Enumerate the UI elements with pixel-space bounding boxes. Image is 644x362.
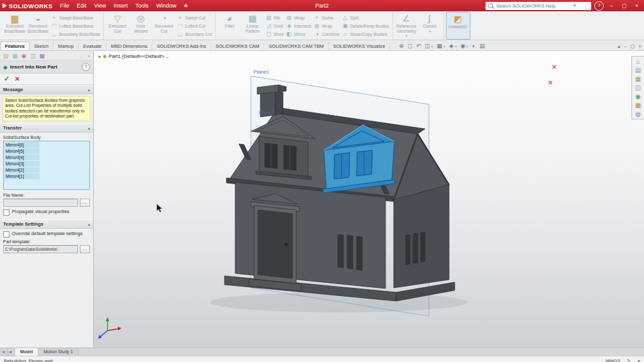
tab-solidworks-visualize[interactable]: SOLIDWORKS Visualize <box>329 42 391 50</box>
selected-dormer-window[interactable] <box>334 153 350 179</box>
tab-features[interactable]: Features <box>0 41 30 50</box>
revolved-cut-button[interactable]: ◔ Revolved Cut <box>152 12 175 40</box>
close-button[interactable]: × <box>632 3 641 9</box>
panel-expand-caret-icon[interactable]: ▸ <box>88 53 90 58</box>
tab-scroll-left-icon[interactable]: ◂ <box>0 348 8 356</box>
tab-motion-study[interactable]: Motion Study 1 <box>38 348 79 356</box>
rib-button[interactable]: ▥ Rib <box>265 14 284 21</box>
hide-show-items-icon[interactable]: ◉ <box>460 43 465 49</box>
pin-menu-star-icon[interactable]: ★ <box>180 3 191 9</box>
search-caret-icon[interactable]: ▾ <box>574 3 576 8</box>
view-orientation-icon[interactable]: ▦ <box>437 43 443 49</box>
doc-restore-icon[interactable]: ◻ <box>631 43 635 49</box>
split-button[interactable]: △ Split <box>342 14 389 21</box>
graphics-area[interactable]: Plane1 <box>94 51 644 348</box>
linear-pattern-button[interactable]: ▦ Linear Pattern <box>241 12 264 40</box>
side-window-slat[interactable] <box>421 232 425 262</box>
tab-markup[interactable]: Markup <box>53 42 79 50</box>
message-section-header[interactable]: Message ▴ <box>0 85 93 94</box>
view-palette-icon[interactable]: ◫ <box>635 84 641 91</box>
previous-view-icon[interactable]: ↶ <box>416 43 421 49</box>
pm-help-icon[interactable]: ? <box>82 63 90 71</box>
displaymanager-tab-icon[interactable]: ▩ <box>39 53 45 59</box>
door-knob[interactable] <box>285 243 288 246</box>
front-window-slat[interactable] <box>357 236 362 270</box>
dropdown-caret-icon[interactable]: ▾ <box>467 44 469 48</box>
list-item[interactable]: Mirror4[5] <box>4 148 40 154</box>
shell-button[interactable]: ◻ Shell <box>265 30 284 38</box>
intersect-button[interactable]: ◈ Intersect <box>286 22 311 30</box>
part-template-browse-button[interactable]: ... <box>80 245 90 253</box>
instant3d-button[interactable]: ◩ Instant3D <box>446 12 470 40</box>
dimxpertmanager-tab-icon[interactable]: ◫ <box>30 53 36 59</box>
list-item[interactable]: Mirror4[3] <box>4 161 40 167</box>
design-library-icon[interactable]: ▤ <box>635 67 641 74</box>
transfer-section-header[interactable]: Transfer ▴ <box>0 123 93 133</box>
forum-icon[interactable]: ◍ <box>635 111 641 118</box>
menu-edit[interactable]: Edit <box>73 1 91 10</box>
edit-appearance-icon[interactable]: ◐ <box>472 43 475 49</box>
delete-keep-bodies-button[interactable]: ▣ Delete/Keep Bodies <box>342 22 389 30</box>
menu-window[interactable]: Window <box>152 1 180 10</box>
reference-geometry-button[interactable]: ∠ Reference Geometry ▾ <box>395 12 418 40</box>
ok-button[interactable]: ✓ <box>4 75 9 83</box>
tab-sketch[interactable]: Sketch <box>30 42 53 50</box>
propertymanager-tab-icon[interactable]: ▦ <box>13 53 18 59</box>
dropdown-caret-icon[interactable]: ▾ <box>455 44 457 48</box>
wrap-button[interactable]: ◍ Wrap <box>286 14 311 21</box>
chimney-side[interactable] <box>275 90 283 115</box>
dropdown-caret-icon[interactable]: ▾ <box>431 44 433 48</box>
help-search-box[interactable]: ▾ <box>486 2 591 10</box>
section-view-icon[interactable]: ◫ <box>425 43 430 49</box>
search-input[interactable] <box>495 3 572 9</box>
collapse-ribbon-icon[interactable]: ▴ <box>618 43 620 49</box>
list-item[interactable]: Mirror4[6] <box>4 142 40 148</box>
swept-boss-base-button[interactable]: ≈ Swept Boss/Base <box>51 14 100 21</box>
file-name-input[interactable] <box>3 199 78 207</box>
plane1-label[interactable]: Plane1 <box>253 69 269 75</box>
apply-scene-icon[interactable]: ▤ <box>479 43 485 49</box>
lofted-boss-base-button[interactable]: ◠ Lofted Boss/Base <box>51 22 100 30</box>
part-template-input[interactable]: C:\ProgramData\SolidWorks\ <box>3 245 78 253</box>
boundary-cut-button[interactable]: ◡ Boundary Cut <box>177 30 212 38</box>
zoom-to-fit-icon[interactable]: ⊕ <box>399 43 404 49</box>
menu-tools[interactable]: Tools <box>131 1 152 10</box>
propagate-checkbox[interactable] <box>3 209 9 216</box>
display-style-icon[interactable]: ◈ <box>449 43 453 49</box>
file-explorer-icon[interactable]: ▦ <box>635 75 641 82</box>
edit-sketch-icon[interactable]: ✎ <box>626 358 631 362</box>
template-settings-header[interactable]: Template Settings ▴ <box>0 219 93 229</box>
cancel-button[interactable]: ✕ <box>14 75 19 82</box>
selected-dormer-window[interactable] <box>357 150 372 176</box>
plane2-label[interactable]: Plane2 <box>258 110 274 116</box>
featuremanager-tab-icon[interactable]: ▤ <box>3 53 9 59</box>
boundary-boss-base-button[interactable]: ◡ Boundary Boss/Base <box>51 30 100 38</box>
tab-scroll-right-icon[interactable]: ▸ <box>8 348 15 356</box>
tab-mbd-dimensions[interactable]: MBD Dimensions <box>106 42 152 50</box>
list-item[interactable]: Mirror4[1] <box>4 173 40 179</box>
tab-evaluate[interactable]: Evaluate <box>79 42 106 50</box>
expand-tree-icon[interactable]: ▸ <box>99 54 101 59</box>
override-template-checkbox[interactable] <box>3 231 9 238</box>
front-window-slat[interactable] <box>338 234 343 268</box>
tab-solidworks-cam-tbm[interactable]: SOLIDWORKS CAM TBM <box>264 42 328 50</box>
help-button[interactable]: ? <box>594 1 604 11</box>
units-selector[interactable]: MMGS <box>606 358 620 362</box>
configurationmanager-tab-icon[interactable]: ◉ <box>21 53 26 59</box>
dome-button[interactable]: ◓ Dome <box>314 14 340 21</box>
draft-button[interactable]: ◿ Draft <box>265 22 284 30</box>
appearances-icon[interactable]: ◉ <box>635 93 641 100</box>
lofted-cut-button[interactable]: ◠ Lofted Cut <box>177 22 212 30</box>
solidworks-resources-icon[interactable]: ⌂ <box>636 58 640 65</box>
side-window-slat[interactable] <box>413 233 418 263</box>
tab-model[interactable]: Model <box>15 348 38 356</box>
front-window-slat[interactable] <box>347 235 353 269</box>
wrap-button-2[interactable]: ◍ Wrap <box>314 22 340 30</box>
menu-insert[interactable]: Insert <box>110 1 132 10</box>
feature-tree-flyout[interactable]: ▸ ◆ Part1 (Default<<Default>... <box>99 53 169 59</box>
file-name-browse-button[interactable]: ... <box>80 199 90 207</box>
extruded-cut-button[interactable]: ▽ Extruded Cut <box>106 12 129 40</box>
body-selection-listbox[interactable]: Mirror4[6] Mirror4[5] Mirror4[4] Mirror4… <box>3 141 90 190</box>
zoom-to-area-icon[interactable]: ◻ <box>408 43 412 49</box>
mirror-button[interactable]: ◧ Mirror <box>286 30 311 38</box>
